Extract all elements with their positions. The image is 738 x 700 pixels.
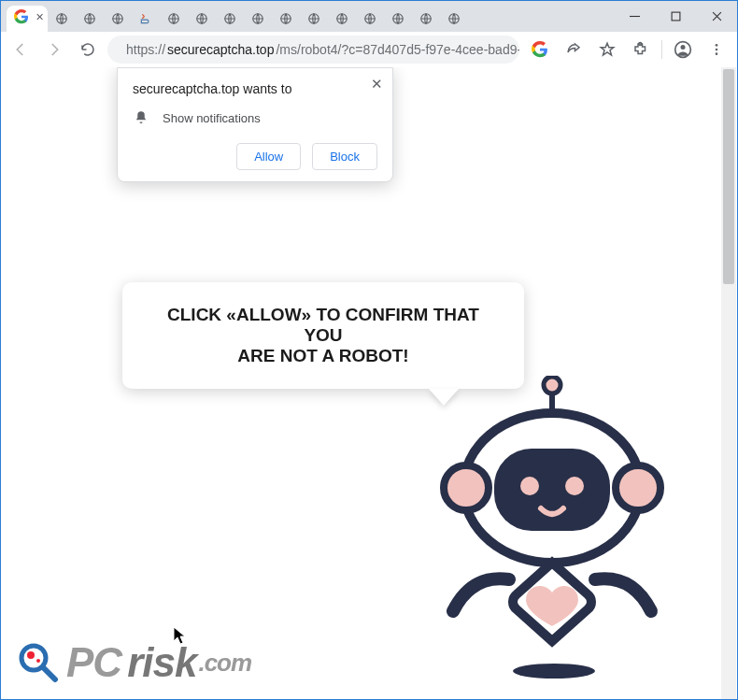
svg-point-19 bbox=[716, 44, 718, 47]
bell-icon bbox=[133, 109, 149, 126]
svg-point-32 bbox=[27, 651, 35, 659]
tab-inactive[interactable] bbox=[48, 6, 76, 32]
bubble-line-1: CLICK «ALLOW» TO CONFIRM THAT YOU bbox=[147, 305, 500, 346]
page-viewport: ✕ securecaptcha.top wants to Show notifi… bbox=[0, 67, 738, 700]
url-host: securecaptcha.top bbox=[167, 42, 274, 57]
globe-icon bbox=[111, 12, 124, 25]
tab-inactive[interactable] bbox=[412, 6, 440, 32]
watermark-suffix: .com bbox=[198, 649, 251, 678]
tab-inactive[interactable] bbox=[440, 6, 468, 32]
tab-inactive[interactable] bbox=[216, 6, 244, 32]
tab-inactive[interactable] bbox=[272, 6, 300, 32]
svg-point-20 bbox=[716, 49, 718, 51]
svg-point-28 bbox=[520, 477, 539, 495]
tab-inactive[interactable] bbox=[300, 6, 328, 32]
globe-icon bbox=[307, 12, 320, 25]
extensions-button[interactable] bbox=[626, 35, 656, 64]
tab-close-icon[interactable]: ✕ bbox=[35, 11, 44, 23]
tab-inactive[interactable] bbox=[76, 6, 104, 32]
globe-icon bbox=[363, 12, 376, 25]
window-titlebar: ✕ bbox=[0, 0, 738, 32]
java-cup-icon bbox=[139, 12, 152, 25]
tab-inactive[interactable] bbox=[244, 6, 272, 32]
tab-inactive[interactable] bbox=[188, 6, 216, 32]
tab-inactive[interactable] bbox=[356, 6, 384, 32]
share-button[interactable] bbox=[559, 35, 589, 64]
globe-icon bbox=[167, 12, 180, 25]
svg-point-25 bbox=[444, 465, 489, 510]
url-path: /ms/robot4/?c=87d407d5-f97e-4cee-bad9-29… bbox=[276, 42, 519, 57]
mouse-cursor-icon bbox=[173, 626, 186, 645]
svg-point-33 bbox=[36, 659, 40, 663]
window-close-button[interactable] bbox=[696, 4, 737, 30]
allow-button[interactable]: Allow bbox=[236, 143, 301, 170]
kebab-icon bbox=[709, 42, 724, 57]
svg-point-21 bbox=[716, 52, 718, 55]
permission-capability-text: Show notifications bbox=[163, 111, 261, 125]
menu-button[interactable] bbox=[702, 35, 731, 64]
globe-icon bbox=[279, 12, 292, 25]
watermark-pc: PC bbox=[66, 639, 121, 686]
permission-origin-text: securecaptcha.top wants to bbox=[133, 81, 377, 96]
tab-inactive[interactable] bbox=[384, 6, 412, 32]
tab-active[interactable]: ✕ bbox=[7, 6, 48, 32]
magnifier-icon bbox=[18, 642, 59, 683]
back-button[interactable] bbox=[7, 36, 35, 64]
svg-rect-14 bbox=[672, 12, 680, 21]
svg-point-29 bbox=[565, 477, 584, 495]
reload-icon bbox=[79, 41, 96, 58]
svg-point-30 bbox=[513, 664, 595, 679]
dialog-close-button[interactable]: ✕ bbox=[371, 76, 383, 93]
search-google-button[interactable] bbox=[525, 35, 555, 64]
arrow-left-icon bbox=[12, 41, 29, 58]
globe-icon bbox=[447, 12, 461, 25]
scrollbar-vertical[interactable] bbox=[721, 67, 736, 699]
google-g-icon bbox=[14, 9, 29, 28]
globe-icon bbox=[55, 12, 68, 25]
globe-icon bbox=[391, 12, 404, 25]
tab-inactive[interactable] bbox=[328, 6, 356, 32]
person-icon bbox=[674, 40, 692, 59]
window-controls bbox=[614, 1, 737, 32]
speech-bubble: CLICK «ALLOW» TO CONFIRM THAT YOU ARE NO… bbox=[122, 282, 524, 389]
bubble-line-2: ARE NOT A ROBOT! bbox=[147, 346, 500, 366]
scrollbar-thumb[interactable] bbox=[723, 69, 734, 284]
robot-illustration bbox=[393, 376, 702, 684]
window-minimize-button[interactable] bbox=[614, 4, 655, 30]
arrow-right-icon bbox=[46, 41, 63, 58]
bookmark-button[interactable] bbox=[592, 35, 622, 64]
forward-button[interactable] bbox=[40, 36, 68, 64]
globe-icon bbox=[223, 12, 236, 25]
tab-inactive[interactable] bbox=[160, 6, 188, 32]
globe-icon bbox=[335, 12, 348, 25]
watermark: PCrisk.com bbox=[18, 639, 251, 686]
globe-icon bbox=[419, 12, 433, 25]
svg-rect-27 bbox=[494, 449, 610, 531]
tab-inactive[interactable] bbox=[104, 6, 132, 32]
svg-point-18 bbox=[681, 45, 686, 50]
star-icon bbox=[599, 41, 616, 58]
window-maximize-button[interactable] bbox=[655, 4, 696, 30]
globe-icon bbox=[83, 12, 96, 25]
svg-point-26 bbox=[616, 465, 660, 510]
tab-inactive[interactable] bbox=[132, 6, 160, 32]
address-bar[interactable]: https:// securecaptcha.top /ms/robot4/?c… bbox=[107, 36, 519, 64]
tab-strip: ✕ bbox=[1, 1, 614, 32]
globe-icon bbox=[195, 12, 208, 25]
svg-line-34 bbox=[43, 667, 55, 679]
reload-button[interactable] bbox=[74, 36, 102, 64]
puzzle-icon bbox=[632, 41, 649, 58]
browser-toolbar: https:// securecaptcha.top /ms/robot4/?c… bbox=[0, 32, 738, 67]
google-g-icon bbox=[532, 41, 548, 58]
svg-point-23 bbox=[544, 377, 561, 393]
notification-permission-dialog: ✕ securecaptcha.top wants to Show notifi… bbox=[117, 67, 393, 182]
globe-icon bbox=[251, 12, 264, 25]
profile-button[interactable] bbox=[668, 35, 698, 64]
share-icon bbox=[565, 41, 582, 58]
block-button[interactable]: Block bbox=[312, 143, 377, 170]
url-scheme: https:// bbox=[126, 42, 165, 57]
toolbar-divider bbox=[661, 40, 662, 59]
watermark-risk: risk bbox=[127, 639, 196, 686]
